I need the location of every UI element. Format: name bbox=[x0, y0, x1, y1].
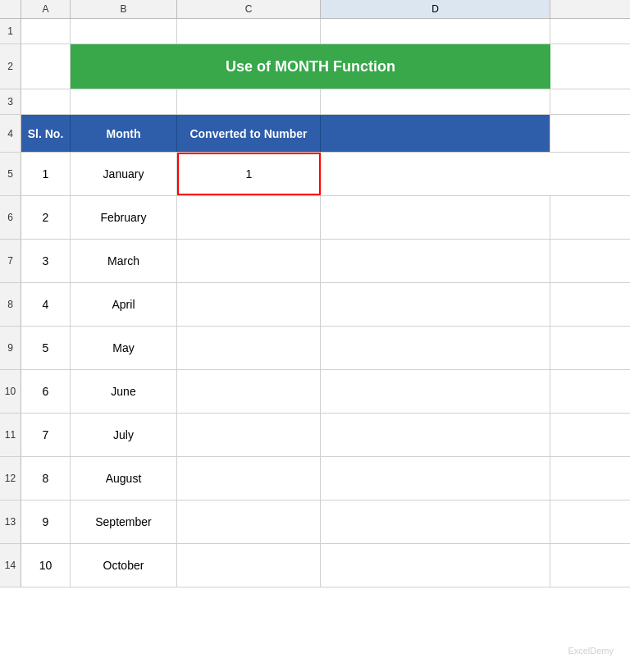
row-num-7: 7 bbox=[0, 240, 21, 282]
spreadsheet: A B C D 1 2 Use of MONTH Function 3 bbox=[0, 0, 630, 672]
col-header-d: D bbox=[321, 0, 550, 18]
row-num-11: 11 bbox=[0, 414, 21, 456]
column-headers: A B C D bbox=[0, 0, 630, 19]
cell-c14[interactable] bbox=[177, 544, 321, 587]
row-13: 13 9 September bbox=[0, 501, 630, 544]
row-num-10: 10 bbox=[0, 370, 21, 413]
cell-c9[interactable] bbox=[177, 327, 321, 369]
cell-d7[interactable] bbox=[321, 240, 550, 282]
cell-b8[interactable]: April bbox=[71, 283, 177, 326]
row-1: 1 bbox=[0, 19, 630, 44]
row-3: 3 bbox=[0, 89, 630, 115]
row-num-8: 8 bbox=[0, 283, 21, 326]
cell-d6[interactable] bbox=[321, 196, 550, 239]
header-month: Month bbox=[71, 115, 177, 152]
col-header-b: B bbox=[71, 0, 177, 18]
cell-b9[interactable]: May bbox=[71, 327, 177, 369]
col-header-c: C bbox=[177, 0, 321, 18]
row-num-2: 2 bbox=[0, 44, 21, 89]
cell-a8[interactable]: 4 bbox=[21, 283, 71, 326]
cell-c1[interactable] bbox=[177, 19, 321, 43]
cell-b6[interactable]: February bbox=[71, 196, 177, 239]
row-7: 7 3 March bbox=[0, 240, 630, 283]
rows-area: 1 2 Use of MONTH Function 3 4 Sl. No. Mo… bbox=[0, 19, 630, 672]
cell-a13[interactable]: 9 bbox=[21, 501, 71, 543]
row-4: 4 Sl. No. Month Converted to Number bbox=[0, 115, 630, 153]
col-header-a: A bbox=[21, 0, 71, 18]
cell-c7[interactable] bbox=[177, 240, 321, 282]
cell-d8[interactable] bbox=[321, 283, 550, 326]
cell-c12[interactable] bbox=[177, 457, 321, 500]
cell-c6[interactable] bbox=[177, 196, 321, 239]
cell-d11[interactable] bbox=[321, 414, 550, 456]
cell-b1[interactable] bbox=[71, 19, 177, 43]
cell-a5[interactable]: 1 bbox=[21, 153, 71, 195]
cell-b7[interactable]: March bbox=[71, 240, 177, 282]
cell-c10[interactable] bbox=[177, 370, 321, 413]
cell-a14[interactable]: 10 bbox=[21, 544, 71, 587]
row-num-9: 9 bbox=[0, 327, 21, 369]
cell-b10[interactable]: June bbox=[71, 370, 177, 413]
cell-a3[interactable] bbox=[21, 89, 71, 114]
row-num-12: 12 bbox=[0, 457, 21, 500]
row-6: 6 2 February bbox=[0, 196, 630, 240]
cell-a2[interactable] bbox=[21, 44, 71, 89]
row-num-13: 13 bbox=[0, 501, 21, 543]
header-empty bbox=[321, 115, 550, 152]
cell-d9[interactable] bbox=[321, 327, 550, 369]
row-14: 14 10 October bbox=[0, 544, 630, 587]
row-12: 12 8 August bbox=[0, 457, 630, 501]
row-num-3: 3 bbox=[0, 89, 21, 114]
row-9: 9 5 May bbox=[0, 327, 630, 370]
row-num-14: 14 bbox=[0, 544, 21, 587]
cell-c13[interactable] bbox=[177, 501, 321, 543]
cell-b13[interactable]: September bbox=[71, 501, 177, 543]
cell-b5[interactable]: January bbox=[71, 153, 177, 195]
row-2: 2 Use of MONTH Function bbox=[0, 44, 630, 89]
row-8: 8 4 April bbox=[0, 283, 630, 327]
cell-d13[interactable] bbox=[321, 501, 550, 543]
row-num-4: 4 bbox=[0, 115, 21, 152]
corner-cell bbox=[0, 0, 21, 18]
row-num-6: 6 bbox=[0, 196, 21, 239]
row-num-1: 1 bbox=[0, 19, 21, 43]
cell-b12[interactable]: August bbox=[71, 457, 177, 500]
cell-b3[interactable] bbox=[71, 89, 177, 114]
cell-a10[interactable]: 6 bbox=[21, 370, 71, 413]
cell-d10[interactable] bbox=[321, 370, 550, 413]
row-11: 11 7 July bbox=[0, 414, 630, 457]
cell-a12[interactable]: 8 bbox=[21, 457, 71, 500]
cell-d14[interactable] bbox=[321, 544, 550, 587]
cell-a7[interactable]: 3 bbox=[21, 240, 71, 282]
cell-d5[interactable]: 1 bbox=[177, 153, 321, 195]
row-num-5: 5 bbox=[0, 153, 21, 195]
cell-c8[interactable] bbox=[177, 283, 321, 326]
cell-d12[interactable] bbox=[321, 457, 550, 500]
cell-a11[interactable]: 7 bbox=[21, 414, 71, 456]
cell-a1[interactable] bbox=[21, 19, 71, 43]
cell-b11[interactable]: July bbox=[71, 414, 177, 456]
cell-d3[interactable] bbox=[321, 89, 550, 114]
cell-a9[interactable]: 5 bbox=[21, 327, 71, 369]
cell-b14[interactable]: October bbox=[71, 544, 177, 587]
title-cell: Use of MONTH Function bbox=[71, 44, 550, 89]
row-10: 10 6 June bbox=[0, 370, 630, 414]
watermark: ExcelDemy bbox=[568, 646, 614, 656]
cell-e5[interactable] bbox=[321, 153, 550, 195]
row-5: 5 1 January January 1 bbox=[0, 153, 630, 196]
cell-c3[interactable] bbox=[177, 89, 321, 114]
header-converted: Converted to Number bbox=[177, 115, 321, 152]
cell-d1[interactable] bbox=[321, 19, 550, 43]
header-sl: Sl. No. bbox=[21, 115, 71, 152]
cell-c11[interactable] bbox=[177, 414, 321, 456]
cell-a6[interactable]: 2 bbox=[21, 196, 71, 239]
